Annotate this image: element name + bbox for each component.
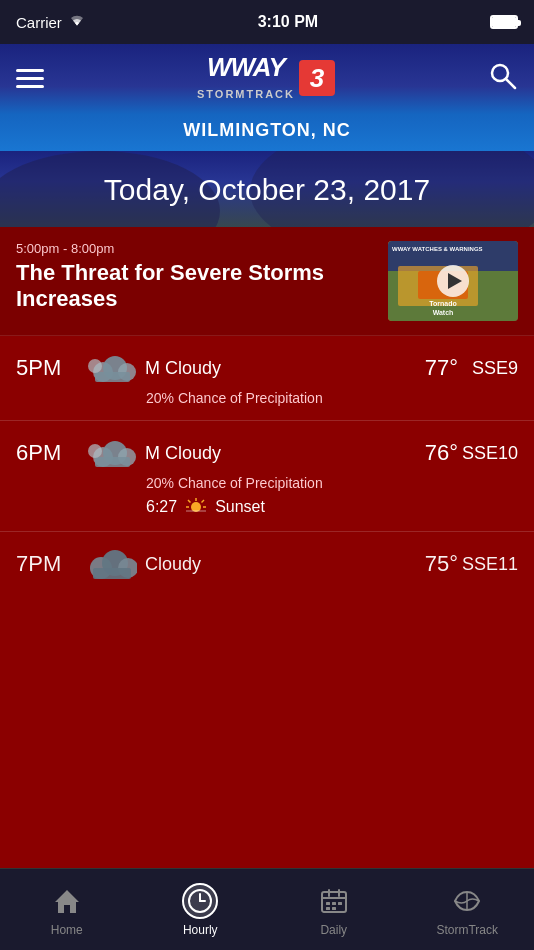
hourly-row-6pm[interactable]: 6PM M Cloudy 76° SSE10 20% Chance of Pre…: [0, 421, 534, 532]
cloudy-icon-7pm: [85, 546, 137, 582]
cloud-icon-5pm: [81, 350, 141, 386]
cloud-icon-7pm: [81, 546, 141, 582]
battery-icon: [490, 15, 518, 29]
svg-marker-30: [55, 890, 79, 913]
main-content: 5:00pm - 8:00pm The Threat for Severe St…: [0, 227, 534, 588]
logo: WWAY STORMTRACK 3: [197, 54, 335, 102]
sunset-icon-svg: [185, 497, 207, 513]
condition-label-7pm: Cloudy: [141, 554, 388, 575]
nav-item-stormtrack[interactable]: StormTrack: [401, 875, 535, 945]
wifi-icon: [68, 14, 86, 31]
alert-text-area: 5:00pm - 8:00pm The Threat for Severe St…: [16, 241, 376, 313]
sunset-time: 6:27: [146, 498, 177, 516]
sunset-label: Sunset: [215, 498, 265, 516]
date-banner: Today, October 23, 2017: [0, 151, 534, 227]
logo-badge: 3: [299, 60, 335, 96]
nav-item-home[interactable]: Home: [0, 875, 134, 945]
logo-text: WWAY STORMTRACK: [197, 54, 295, 102]
hour-label-7pm: 7PM: [16, 551, 81, 577]
svg-rect-42: [332, 907, 336, 910]
menu-icon-line2: [16, 77, 44, 80]
svg-rect-12: [95, 372, 130, 382]
play-button[interactable]: [437, 265, 469, 297]
status-time: 3:10 PM: [258, 13, 318, 31]
svg-rect-17: [95, 457, 130, 467]
header: WWAY STORMTRACK 3: [0, 44, 534, 114]
temp-label-7pm: 75°: [388, 551, 458, 577]
cloud-icon-6pm: [81, 435, 141, 471]
svg-rect-40: [338, 902, 342, 905]
play-icon: [448, 273, 462, 289]
nav-item-daily[interactable]: Daily: [267, 875, 401, 945]
nav-label-stormtrack: StormTrack: [436, 923, 498, 937]
alert-time: 5:00pm - 8:00pm: [16, 241, 376, 256]
menu-icon-line1: [16, 69, 44, 72]
hourly-row-5pm[interactable]: 5PM M Cloudy 77° SSE9 20% Chance of Prec…: [0, 336, 534, 421]
hourly-icon: [182, 883, 218, 919]
temp-label-5pm: 77°: [388, 355, 458, 381]
menu-button[interactable]: [16, 69, 44, 88]
condition-label-5pm: M Cloudy: [141, 358, 388, 379]
city-name: WILMINGTON, NC: [183, 120, 351, 140]
svg-line-22: [202, 500, 205, 503]
hourly-main-7pm: 7PM Cloudy 75° SSE11: [16, 546, 518, 582]
bottom-nav: Home Hourly: [0, 868, 534, 950]
daily-icon: [316, 883, 352, 919]
alert-thumb-background: WWAY WATCHES & WARNINGS Tornado Watch: [388, 241, 518, 321]
status-battery: [490, 15, 518, 29]
svg-rect-39: [332, 902, 336, 905]
status-bar: Carrier 3:10 PM: [0, 0, 534, 44]
hourly-row-7pm[interactable]: 7PM Cloudy 75° SSE11: [0, 532, 534, 588]
wind-label-7pm: SSE11: [458, 554, 518, 575]
nav-label-home: Home: [51, 923, 83, 937]
svg-line-21: [188, 500, 191, 503]
temp-label-6pm: 76°: [388, 440, 458, 466]
svg-text:WWAY WATCHES & WARNINGS: WWAY WATCHES & WARNINGS: [392, 246, 483, 252]
hour-label-6pm: 6PM: [16, 440, 81, 466]
svg-point-18: [88, 444, 102, 458]
menu-icon-line3: [16, 85, 44, 88]
wind-label-5pm: SSE9: [458, 358, 518, 379]
nav-label-daily: Daily: [320, 923, 347, 937]
search-button[interactable]: [488, 61, 518, 95]
wind-label-6pm: SSE10: [458, 443, 518, 464]
alert-thumbnail[interactable]: WWAY WATCHES & WARNINGS Tornado Watch: [388, 241, 518, 321]
date-text: Today, October 23, 2017: [16, 173, 518, 207]
mostly-cloudy-icon-5pm: [85, 350, 137, 386]
condition-label-6pm: M Cloudy: [141, 443, 388, 464]
sunset-icon: [185, 497, 207, 517]
alert-card[interactable]: 5:00pm - 8:00pm The Threat for Severe St…: [0, 227, 534, 336]
logo-stormtrack: STORMTRACK: [197, 88, 295, 100]
alert-headline: The Threat for Severe Storms Increases: [16, 260, 376, 313]
svg-rect-29: [93, 568, 131, 579]
hourly-main-6pm: 6PM M Cloudy 76° SSE10: [16, 435, 518, 471]
svg-rect-38: [326, 902, 330, 905]
logo-wway: WWAY: [207, 52, 285, 82]
svg-rect-41: [326, 907, 330, 910]
precip-text-6pm: 20% Chance of Precipitation: [16, 475, 518, 491]
search-icon: [488, 61, 518, 91]
carrier-label: Carrier: [16, 14, 62, 31]
mostly-cloudy-icon-6pm: [85, 435, 137, 471]
home-icon: [49, 883, 85, 919]
hour-label-5pm: 5PM: [16, 355, 81, 381]
precip-text-5pm: 20% Chance of Precipitation: [16, 390, 518, 406]
hourly-main-5pm: 5PM M Cloudy 77° SSE9: [16, 350, 518, 386]
svg-text:Tornado: Tornado: [429, 300, 456, 307]
sunset-row-6pm: 6:27 Sunset: [16, 497, 518, 517]
nav-label-hourly: Hourly: [183, 923, 218, 937]
svg-point-13: [88, 359, 102, 373]
svg-line-1: [506, 79, 515, 88]
status-carrier: Carrier: [16, 14, 86, 31]
nav-item-hourly[interactable]: Hourly: [134, 875, 268, 945]
svg-text:Watch: Watch: [433, 309, 454, 316]
stormtrack-icon: [449, 883, 485, 919]
city-bar: WILMINGTON, NC: [0, 114, 534, 151]
